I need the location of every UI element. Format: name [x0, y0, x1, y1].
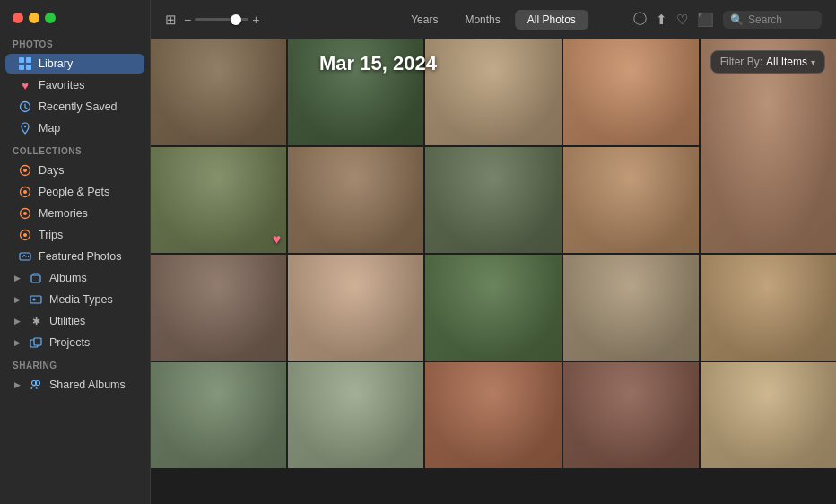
photo-cell[interactable]	[425, 255, 561, 361]
sidebar-item-days-label: Days	[39, 164, 64, 177]
utilities-icon: ✱	[29, 314, 43, 328]
sidebar-item-library[interactable]: Library	[5, 54, 144, 74]
photo-cell[interactable]	[151, 362, 286, 468]
sidebar: Photos Library ♥ Favorites Recently Save…	[0, 0, 151, 504]
sidebar-item-utilities[interactable]: ▶ ✱ Utilities	[5, 311, 144, 331]
photo-cell[interactable]	[563, 39, 699, 145]
albums-icon	[29, 271, 43, 285]
featured-photos-icon	[18, 249, 32, 264]
svg-point-17	[33, 299, 36, 301]
photo-cell[interactable]	[563, 255, 699, 361]
photo-cell[interactable]	[563, 147, 699, 253]
sidebar-section-collections: Collections	[0, 139, 150, 160]
search-box[interactable]: 🔍	[723, 11, 822, 29]
search-input[interactable]	[748, 13, 820, 26]
sidebar-item-memories[interactable]: Memories	[5, 204, 144, 223]
grid-view-icon[interactable]: ⊞	[165, 12, 177, 28]
main-content: ⊞ − + Years Months All Photos ⓘ ⬆ ♡ ⬛ 🔍	[151, 0, 836, 504]
sidebar-item-map-label: Map	[39, 122, 60, 135]
traffic-lights	[13, 13, 56, 23]
sidebar-item-trips[interactable]: Trips	[5, 225, 144, 245]
photo-cell[interactable]	[425, 362, 561, 468]
photo-cell[interactable]	[563, 362, 699, 468]
photo-cell[interactable]	[288, 39, 423, 145]
svg-rect-14	[20, 253, 30, 260]
photo-cell[interactable]	[288, 147, 423, 253]
info-icon[interactable]: ⓘ	[633, 11, 647, 28]
shared-albums-icon	[29, 378, 43, 392]
zoom-slider: − +	[184, 13, 259, 27]
filter-chevron-icon: ▾	[811, 57, 815, 67]
svg-point-7	[23, 169, 27, 172]
sidebar-item-shared-albums[interactable]: ▶ Shared Albums	[5, 375, 144, 395]
svg-rect-19	[34, 338, 41, 345]
filter-value: All Items	[766, 56, 807, 68]
svg-rect-3	[26, 65, 31, 70]
days-icon	[18, 163, 32, 178]
maximize-button[interactable]	[45, 13, 56, 23]
photo-cell[interactable]	[151, 255, 286, 361]
people-pets-icon	[18, 185, 32, 199]
sidebar-item-favorites[interactable]: ♥ Favorites	[5, 75, 144, 95]
sidebar-item-projects[interactable]: ▶ Projects	[5, 333, 144, 352]
favorite-icon[interactable]: ♡	[676, 12, 688, 28]
memories-icon	[18, 206, 32, 221]
zoom-out-icon[interactable]: −	[184, 13, 191, 27]
sidebar-item-media-types[interactable]: ▶ Media Types	[5, 290, 144, 309]
sidebar-item-people-pets-label: People & Pets	[39, 186, 109, 198]
share-icon[interactable]: ⬆	[656, 12, 667, 28]
photo-cell[interactable]	[701, 255, 836, 361]
albums-arrow-icon: ▶	[14, 274, 21, 282]
sidebar-section-sharing: Sharing	[0, 353, 150, 374]
tab-all-photos[interactable]: All Photos	[515, 10, 588, 30]
svg-point-13	[23, 233, 27, 237]
photo-cell[interactable]	[288, 255, 423, 361]
sidebar-item-featured-photos[interactable]: Featured Photos	[5, 247, 144, 266]
utilities-arrow-icon: ▶	[14, 317, 21, 326]
sidebar-item-albums-label: Albums	[49, 272, 87, 284]
filter-bar[interactable]: Filter By: All Items ▾	[710, 50, 825, 74]
zoom-in-icon[interactable]: +	[252, 13, 259, 27]
sidebar-item-recently-saved[interactable]: Recently Saved	[5, 97, 144, 117]
sidebar-item-recently-saved-label: Recently Saved	[39, 100, 118, 113]
projects-icon	[29, 335, 43, 350]
photo-cell[interactable]: ♥	[151, 147, 286, 253]
projects-arrow-icon: ▶	[14, 338, 21, 347]
zoom-slider-thumb[interactable]	[231, 14, 241, 25]
sidebar-item-media-types-label: Media Types	[49, 293, 113, 306]
sidebar-item-map[interactable]: Map	[5, 118, 144, 138]
photo-cell[interactable]	[425, 147, 561, 253]
svg-rect-2	[19, 65, 24, 70]
svg-rect-15	[31, 275, 40, 282]
toolbar: ⊞ − + Years Months All Photos ⓘ ⬆ ♡ ⬛ 🔍	[151, 0, 836, 39]
library-icon	[18, 56, 32, 71]
filter-label: Filter By:	[720, 56, 762, 68]
photo-cell[interactable]	[425, 39, 561, 145]
shared-albums-arrow-icon: ▶	[14, 380, 21, 389]
trips-icon	[18, 228, 32, 242]
sidebar-item-library-label: Library	[39, 57, 73, 70]
svg-rect-1	[26, 57, 31, 63]
minimize-button[interactable]	[29, 13, 39, 23]
photo-cell[interactable]	[701, 362, 836, 468]
zoom-slider-track[interactable]	[195, 18, 248, 21]
sidebar-item-trips-label: Trips	[39, 229, 63, 241]
svg-point-9	[23, 190, 27, 194]
sidebar-item-days[interactable]: Days	[5, 161, 144, 180]
import-icon[interactable]: ⬛	[697, 12, 714, 28]
tab-years[interactable]: Years	[398, 10, 450, 30]
heart-icon: ♥	[18, 78, 32, 92]
sidebar-item-memories-label: Memories	[39, 207, 88, 220]
sidebar-item-people-pets[interactable]: People & Pets	[5, 182, 144, 202]
svg-point-5	[24, 126, 26, 127]
svg-rect-16	[30, 296, 41, 303]
sidebar-item-albums[interactable]: ▶ Albums	[5, 268, 144, 288]
photo-cell[interactable]	[288, 362, 423, 468]
photo-cell[interactable]	[151, 39, 286, 145]
toolbar-tabs: Years Months All Photos	[398, 10, 588, 30]
svg-rect-0	[19, 57, 24, 63]
sidebar-section-photos: Photos	[0, 32, 150, 53]
sidebar-item-featured-photos-label: Featured Photos	[39, 250, 121, 263]
tab-months[interactable]: Months	[452, 10, 512, 30]
close-button[interactable]	[13, 13, 23, 23]
